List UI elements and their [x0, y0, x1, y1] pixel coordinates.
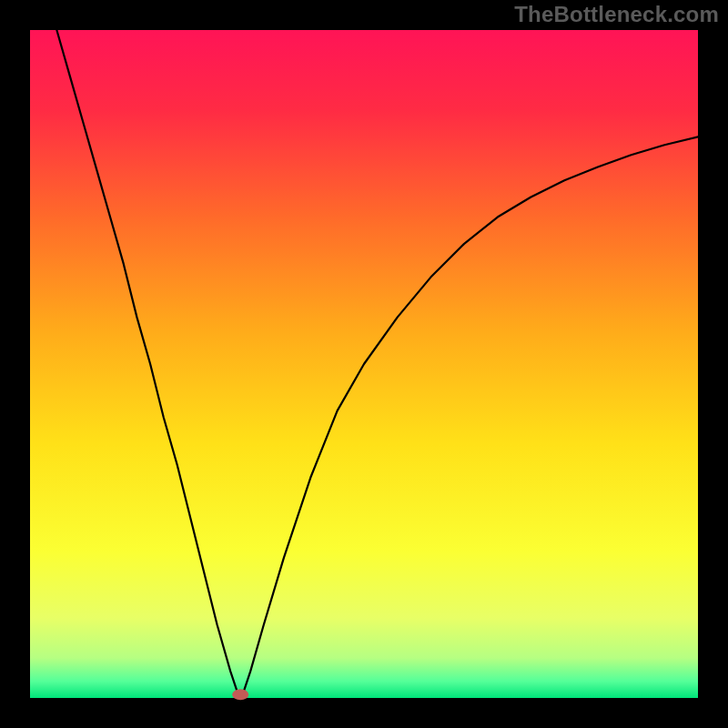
chart-canvas [0, 0, 728, 728]
watermark-label: TheBottleneck.com [514, 2, 719, 27]
min-marker [232, 689, 248, 700]
chart-frame: TheBottleneck.com [0, 0, 728, 728]
